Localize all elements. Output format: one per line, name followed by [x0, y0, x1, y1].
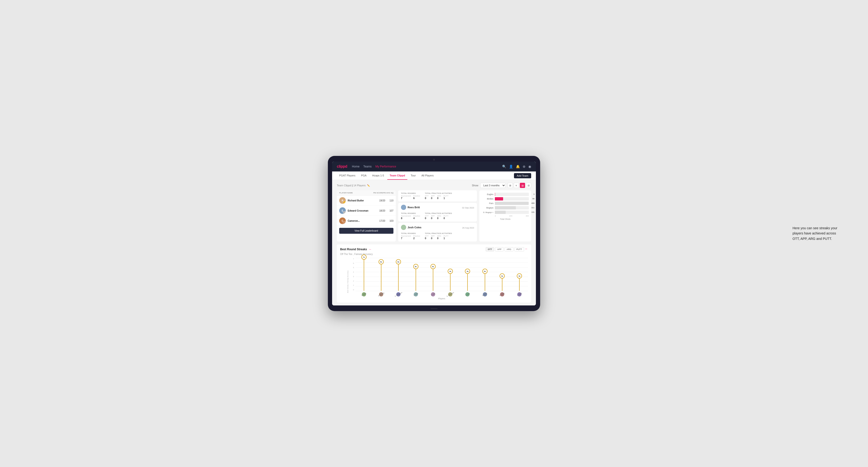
user-icon[interactable]: 👤: [509, 165, 513, 168]
streak-line: [519, 277, 520, 291]
first-card-stats: Total Rounds Tournament 7 Practice 6: [401, 192, 474, 199]
streak-chart-wrapper: Best Streak, Fairway Accuracy 7 6 5 4 3 …: [340, 258, 528, 300]
tab-tour[interactable]: Tour: [408, 172, 418, 180]
player-name-2[interactable]: Edward Crossman: [348, 210, 368, 212]
streak-bubble: 3x: [500, 273, 505, 279]
streak-bar-col: 4xM. Miller: [476, 258, 493, 291]
streak-line: [467, 272, 468, 291]
bar-row-dbogeys: D. Bogeys + 131: [482, 211, 529, 214]
total-rounds-group: Total Rounds Tournament 7 Practice 6: [401, 192, 420, 199]
nav-teams[interactable]: Teams: [363, 165, 371, 168]
streak-bubble: 4x: [448, 269, 453, 274]
rank-badge-2: 2: [343, 211, 346, 214]
eagles-value: 3: [533, 193, 534, 195]
streak-bar-col: 6xB. McHerg: [373, 258, 390, 291]
nav-home[interactable]: Home: [352, 165, 360, 168]
rees-avatar: [401, 205, 406, 210]
streak-line: [381, 262, 381, 291]
activities-row: OTT 0 APP 0 ARG 0: [425, 195, 452, 199]
josh-name[interactable]: Josh Coles: [408, 226, 422, 229]
team-title: Team Clippd | 14 Players: [337, 184, 366, 187]
tabs-bar: PGAT Players PGA Hcaps 1-5 Team Clippd T…: [332, 172, 536, 180]
bogeys-track: 311: [495, 206, 529, 210]
streak-bubble: 5x: [431, 264, 436, 269]
josh-header: Josh Coles 26 Aug 2023: [401, 225, 474, 231]
table-row: R 1 Richard Butler 19/20 110: [337, 195, 396, 206]
rees-header: Rees Britt 02 Sep 2023: [401, 205, 474, 211]
streak-bubble: 4x: [483, 269, 488, 274]
card-view-button[interactable]: ▤: [520, 183, 525, 188]
eagles-label: Eagles: [482, 193, 493, 195]
player-avg-3: 103: [386, 220, 394, 222]
tablet-home-button[interactable]: [431, 308, 437, 309]
bogeys-value: 311: [531, 207, 534, 209]
rees-name[interactable]: Rees Britt: [408, 206, 420, 209]
streak-line: [485, 272, 485, 291]
tournament-group: Tournament 7: [401, 195, 411, 199]
streak-bar-col: 4xE. Crossman: [442, 258, 459, 291]
nav-my-performance[interactable]: My Performance: [375, 165, 396, 168]
streak-line: [502, 277, 502, 291]
add-team-button[interactable]: Add Team: [514, 173, 531, 178]
josh-stats: Total Rounds Tournament 7 Practice 2: [401, 232, 474, 240]
y-axis-container: Best Streak, Fairway Accuracy 7 6 5 4 3 …: [340, 258, 355, 300]
bar-row-pars: Pars 499: [482, 201, 529, 205]
navbar: clippd Home Teams My Performance 🔍 👤 🔔 ⊕…: [332, 161, 536, 172]
leaderboard-card: PLAYER NAME PB SCORE PB AVG SQ R 1 Richa…: [337, 190, 396, 242]
player-avg-1: 110: [386, 199, 394, 202]
edit-icon[interactable]: ✏️: [367, 184, 370, 187]
streak-tab-arg[interactable]: ARG: [504, 247, 514, 251]
tab-all-players[interactable]: All Players: [419, 172, 436, 180]
tab-pgat-players[interactable]: PGAT Players: [337, 172, 358, 180]
bar-row-eagles: Eagles 3: [482, 193, 529, 196]
show-section: Show Last 3 months ⊞ ≡ ▤ ⊟: [472, 183, 531, 188]
grid-view-button[interactable]: ⊞: [507, 183, 513, 188]
lb-header: PLAYER NAME PB SCORE PB AVG SQ: [337, 190, 396, 195]
tab-hcaps[interactable]: Hcaps 1-5: [370, 172, 386, 180]
chart-x-title: Total Shots: [482, 218, 529, 220]
y-axis-title: Best Streak, Fairway Accuracy: [347, 264, 349, 293]
ott-group: OTT 0: [425, 195, 429, 199]
search-icon[interactable]: 🔍: [502, 165, 506, 168]
nav-icons: 🔍 👤 🔔 ⊕ ◉: [502, 165, 531, 168]
list-view-button[interactable]: ≡: [514, 183, 519, 188]
tab-team-clippd[interactable]: Team Clippd: [387, 172, 407, 180]
dbogeys-label: D. Bogeys +: [482, 211, 493, 214]
tablet-camera: [433, 159, 435, 161]
player-name-3[interactable]: Cameron...: [348, 220, 360, 222]
chart-x-axis: 0 200 400: [482, 215, 529, 217]
streak-bar-col: 3xC. Quick: [511, 258, 528, 291]
streak-tab-app[interactable]: APP: [495, 247, 503, 251]
target-icon[interactable]: ⊕: [523, 165, 526, 168]
pars-track: 499: [495, 201, 529, 205]
activities-label: Total Practice Activities: [425, 192, 452, 194]
streak-tab-ott[interactable]: OTT: [486, 247, 494, 251]
app-logo: clippd: [337, 164, 347, 168]
x-axis-title: Players: [355, 298, 528, 300]
streaks-subtitle: Off The Tee , Fairway Accuracy: [340, 253, 528, 255]
tablet-screen: clippd Home Teams My Performance 🔍 👤 🔔 ⊕…: [332, 161, 536, 305]
streak-bar-col: 4xB. Ford: [459, 258, 476, 291]
period-select[interactable]: Last 3 months: [480, 183, 506, 188]
streak-line: [364, 258, 364, 291]
player-score-2: 18/20: [378, 210, 386, 212]
rees-stats: Total Rounds Tournament 8 Practice 4: [401, 212, 474, 220]
pars-bar: [495, 201, 529, 205]
avatar-icon[interactable]: ◉: [528, 165, 531, 168]
table-view-button[interactable]: ⊟: [526, 183, 531, 188]
josh-date: 26 Aug 2023: [462, 227, 474, 229]
putt-group: PUTT 1: [444, 195, 448, 199]
bar-row-birdies: Birdies 96: [482, 197, 529, 200]
bogeys-label: Bogeys: [482, 207, 493, 209]
tab-pga[interactable]: PGA: [359, 172, 369, 180]
arrow-indicator: ←: [369, 248, 372, 251]
player-name-1[interactable]: Richard Butler: [348, 199, 364, 202]
bell-icon[interactable]: 🔔: [516, 165, 520, 168]
main-content: Team Clippd | 14 Players ✏️ Show Last 3 …: [332, 180, 536, 305]
streak-tab-putt[interactable]: PUTT: [515, 247, 524, 251]
streak-bubble: 3x: [517, 273, 522, 279]
rees-date: 02 Sep 2023: [462, 207, 474, 209]
eagles-track: 3: [495, 193, 529, 196]
view-full-leaderboard-button[interactable]: View Full Leaderboard: [339, 228, 394, 234]
player-score-3: 17/20: [378, 220, 386, 222]
